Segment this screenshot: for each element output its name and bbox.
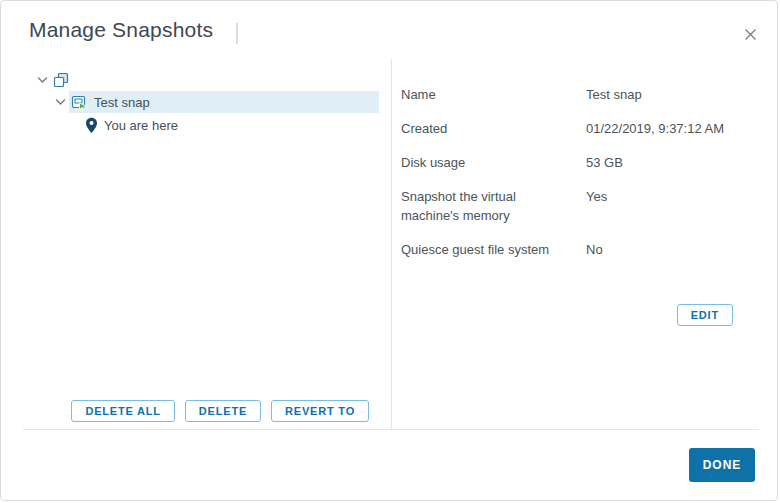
detail-label: Quiesce guest file system xyxy=(401,240,586,259)
detail-value: 53 GB xyxy=(586,153,759,172)
snapshot-icon xyxy=(71,94,88,110)
revert-to-button[interactable]: REVERT TO xyxy=(271,400,369,422)
tree-item-snapshot[interactable]: Test snap xyxy=(23,92,379,112)
detail-rows: Name Test snap Created 01/22/2019, 9:37:… xyxy=(401,59,759,259)
snapshot-details-panel: Name Test snap Created 01/22/2019, 9:37:… xyxy=(401,59,759,429)
footer-divider xyxy=(23,429,759,430)
tree-action-buttons: DELETE ALL DELETE REVERT TO xyxy=(23,400,369,422)
edit-button[interactable]: EDIT xyxy=(677,304,733,326)
detail-label: Name xyxy=(401,85,586,104)
panel-divider xyxy=(391,59,392,429)
tree-item-vm-root[interactable] xyxy=(23,70,379,90)
manage-snapshots-dialog: Manage Snapshots xyxy=(0,0,778,501)
detail-value: Test snap xyxy=(586,85,759,104)
tree-item-label: You are here xyxy=(104,118,178,133)
title-separator xyxy=(236,23,238,44)
chevron-down-icon[interactable] xyxy=(35,76,49,84)
chevron-down-icon[interactable] xyxy=(53,98,67,106)
snapshot-tree-panel: Test snap You are here DELETE ALL DELETE… xyxy=(23,59,379,429)
close-icon xyxy=(743,27,758,42)
detail-label: Created xyxy=(401,119,586,138)
detail-label: Snapshot the virtual machine's memory xyxy=(401,187,586,225)
location-pin-icon xyxy=(85,117,98,134)
delete-button[interactable]: DELETE xyxy=(185,400,261,422)
tree-item-label: Test snap xyxy=(94,95,150,110)
detail-value: Yes xyxy=(586,187,759,225)
vm-icon xyxy=(53,72,69,88)
detail-row-quiesce: Quiesce guest file system No xyxy=(401,240,759,259)
close-button[interactable] xyxy=(739,23,761,45)
detail-row-disk-usage: Disk usage 53 GB xyxy=(401,153,759,172)
delete-all-button[interactable]: DELETE ALL xyxy=(71,400,174,422)
detail-row-created: Created 01/22/2019, 9:37:12 AM xyxy=(401,119,759,138)
tree-item-you-are-here[interactable]: You are here xyxy=(23,115,379,135)
done-button[interactable]: DONE xyxy=(689,448,755,482)
detail-row-name: Name Test snap xyxy=(401,85,759,104)
detail-row-memory-snapshot: Snapshot the virtual machine's memory Ye… xyxy=(401,187,759,225)
detail-label: Disk usage xyxy=(401,153,586,172)
dialog-title: Manage Snapshots xyxy=(29,18,213,42)
detail-value: No xyxy=(586,240,759,259)
detail-value: 01/22/2019, 9:37:12 AM xyxy=(586,119,759,138)
